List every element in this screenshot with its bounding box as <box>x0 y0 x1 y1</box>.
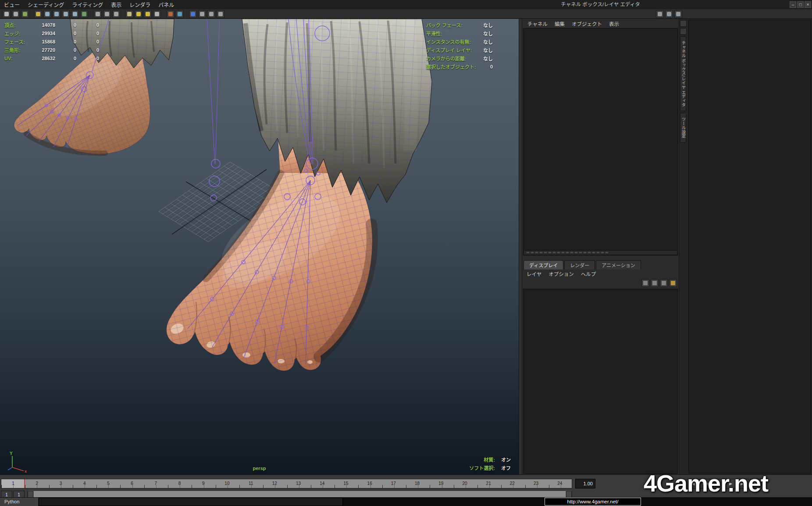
poly-count-hud: 頂点: 14078 0 0 エッジ: 29934 0 0 フェース: 15868… <box>4 21 99 62</box>
perspective-viewport[interactable]: 頂点: 14078 0 0 エッジ: 29934 0 0 フェース: 15868… <box>0 19 519 474</box>
ipr-render-icon[interactable] <box>144 10 152 18</box>
object-details-hud: バック フェース: なし 平滑性: なし インスタンスの有無: なし ディスプレ… <box>426 21 493 71</box>
viewport-gear-icon[interactable] <box>674 10 682 18</box>
snap-to-point-icon[interactable] <box>53 10 61 18</box>
grease-pencil-icon[interactable] <box>656 10 664 18</box>
command-input[interactable] <box>39 498 343 506</box>
frame-number: 11 <box>239 479 263 488</box>
edit-layer-icon[interactable] <box>641 279 649 287</box>
poly-count-row: 三角形: 27720 0 0 <box>4 46 99 54</box>
frame-number: 24 <box>548 479 572 488</box>
4gamer-url-watermark: http://www.4gamer.net/ <box>545 498 641 506</box>
main-menubar: ビューシェーディングライティング表示レンダラパネル チャネル ボックス/レイヤ … <box>0 0 812 10</box>
side-panel-tab[interactable]: ツール設定 <box>680 113 686 143</box>
select-tool-icon[interactable] <box>3 10 11 18</box>
frame-number: 23 <box>524 479 548 488</box>
poly-count-row: フェース: 15868 0 0 <box>4 37 99 46</box>
layer-editor-buttons <box>641 279 677 287</box>
axis-triad: Y x <box>4 451 28 473</box>
frame-number: 15 <box>334 479 358 488</box>
menubar-item[interactable]: パネル <box>154 0 178 9</box>
frame-number: 20 <box>453 479 477 488</box>
layer-menu-item[interactable]: オプション <box>545 270 577 277</box>
render-settings-icon[interactable] <box>153 10 161 18</box>
shaded-mode-icon[interactable] <box>207 10 215 18</box>
frame-number: 12 <box>263 479 286 488</box>
make-live-icon[interactable] <box>80 10 88 18</box>
render-view-icon[interactable] <box>125 10 133 18</box>
command-language-toggle[interactable]: Python <box>0 498 39 506</box>
current-time-field[interactable]: 1.00 <box>575 479 595 488</box>
textured-mode-icon[interactable] <box>189 10 197 18</box>
close-window-button[interactable]: × <box>805 1 811 8</box>
channel-menu-item[interactable]: チャネル <box>524 20 551 27</box>
frame-number: 2 <box>25 479 49 488</box>
frame-number: 21 <box>477 479 500 488</box>
object-details-row: 平滑性: なし <box>426 29 493 37</box>
viewport-canvas[interactable] <box>0 19 519 474</box>
command-line: Python <box>0 497 812 506</box>
frame-number: 9 <box>192 479 215 488</box>
layer-editor-tab[interactable]: レンダー <box>564 260 595 269</box>
frame-number: 8 <box>167 479 191 488</box>
viewport-status-row: 材質: オン <box>469 455 511 463</box>
isolate-select-icon[interactable] <box>217 10 224 18</box>
restore-window-button[interactable]: □ <box>797 1 804 8</box>
menubar-item[interactable]: レンダラ <box>125 0 154 9</box>
construction-history-icon[interactable] <box>112 10 120 18</box>
channel-box-list[interactable] <box>523 28 678 255</box>
layer-menu-item[interactable]: レイヤ <box>523 270 545 277</box>
menubar-item[interactable]: ライティング <box>68 0 107 9</box>
create-layer-from-selected-icon[interactable] <box>669 279 677 287</box>
channel-menu-item[interactable]: 編集 <box>551 20 568 27</box>
output-connections-icon[interactable] <box>103 10 111 18</box>
sort-layers-icon[interactable] <box>651 279 659 287</box>
snap-to-projected-center-icon[interactable] <box>62 10 70 18</box>
channel-box-scrollbar[interactable] <box>524 250 677 255</box>
channel-menu-item[interactable]: オブジェクト <box>568 20 605 27</box>
pane-splitter[interactable] <box>519 19 522 474</box>
frame-number: 14 <box>310 479 334 488</box>
paint-effects-icon[interactable] <box>167 10 175 18</box>
axis-y-label: Y <box>10 451 13 456</box>
viewport-status-hud: 材質: オン ソフト選択: オフ <box>469 455 511 472</box>
poly-count-row: エッジ: 29934 0 0 <box>4 29 99 37</box>
frame-number: 7 <box>144 479 167 488</box>
frame-number: 18 <box>405 479 429 488</box>
snap-to-curve-icon[interactable] <box>43 10 51 18</box>
axis-x-label: x <box>25 469 27 473</box>
snap-to-grid-icon[interactable] <box>34 10 42 18</box>
pin-panel-icon[interactable] <box>680 20 687 27</box>
input-connections-icon[interactable] <box>94 10 102 18</box>
channel-box-menubar: チャネル編集オブジェクト表示 <box>522 19 679 28</box>
menubar-item[interactable]: 表示 <box>107 0 125 9</box>
frame-number: 4 <box>73 479 96 488</box>
layer-editor-tab[interactable]: ディスプレイ <box>524 260 563 269</box>
layer-editor-tabs: ディスプレイレンダーアニメーション <box>524 260 642 269</box>
snap-to-view-plane-icon[interactable] <box>71 10 79 18</box>
panel-toolbar <box>0 9 812 19</box>
uv-texture-editor-icon[interactable] <box>176 10 184 18</box>
time-slider[interactable]: 123456789101112131415161718192021222324 <box>1 479 572 488</box>
empty-dock-area <box>687 19 812 474</box>
channel-menu-item[interactable]: 表示 <box>605 20 623 27</box>
side-panel-tab[interactable]: チャネル ボックス/レイヤ エディタ <box>680 36 686 111</box>
render-current-frame-icon[interactable] <box>135 10 142 18</box>
layer-list[interactable] <box>523 289 678 474</box>
paint-select-icon[interactable] <box>21 10 29 18</box>
wireframe-mode-icon[interactable] <box>198 10 206 18</box>
object-details-row: インスタンスの有無: なし <box>426 37 493 46</box>
camera-bookmark-icon[interactable] <box>665 10 673 18</box>
minimize-window-button[interactable]: – <box>790 1 796 8</box>
layer-menu-item[interactable]: ヘルプ <box>577 270 600 277</box>
poly-count-row: UV: 28632 0 0 <box>4 54 99 62</box>
maya-window: ビューシェーディングライティング表示レンダラパネル チャネル ボックス/レイヤ … <box>0 0 812 506</box>
expand-panel-icon[interactable] <box>680 28 687 35</box>
lasso-select-icon[interactable] <box>12 10 20 18</box>
menubar-item[interactable]: シェーディング <box>24 0 68 9</box>
frame-number: 6 <box>120 479 144 488</box>
create-empty-layer-icon[interactable] <box>660 279 668 287</box>
layer-editor-tab[interactable]: アニメーション <box>596 260 641 269</box>
object-details-row: バック フェース: なし <box>426 21 493 29</box>
menubar-item[interactable]: ビュー <box>0 0 24 9</box>
